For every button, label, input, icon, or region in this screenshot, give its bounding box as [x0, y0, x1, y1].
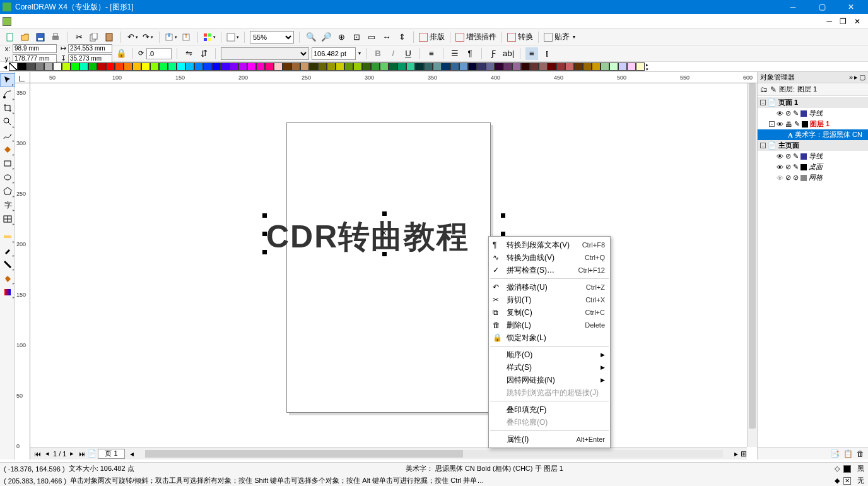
print-icon[interactable]: ⊘ [785, 174, 791, 182]
expand-page1[interactable]: - [760, 100, 766, 105]
tree-master-guides[interactable]: 导线 [809, 151, 823, 161]
minimize-button[interactable]: ─ [778, 0, 807, 14]
context-menu-item[interactable]: 因特网链接(N)▶ [489, 374, 610, 386]
polygon-tool[interactable] [0, 184, 15, 198]
context-menu-item[interactable]: ∿转换为曲线(V)Ctrl+Q [489, 251, 610, 264]
color-swatch[interactable] [35, 62, 44, 71]
color-swatch[interactable] [344, 62, 353, 71]
bold-button[interactable]: B [372, 47, 384, 60]
context-menu-item[interactable]: ⧉复制(C)Ctrl+C [489, 306, 610, 319]
context-menu-item[interactable]: ✂剪切(T)Ctrl+X [489, 293, 610, 306]
horizontal-ruler[interactable]: 5010015020025030035040045050055060065070… [30, 72, 757, 83]
fill-swatch-icon[interactable]: ◇ [835, 465, 840, 473]
char-format-button[interactable]: Ƒ [487, 47, 500, 60]
color-swatch[interactable] [495, 62, 503, 71]
zoom-select[interactable]: 55% [250, 31, 294, 44]
layer-edit-icon[interactable]: ✎ [770, 85, 777, 94]
tree-master[interactable]: 主页面 [778, 141, 799, 150]
selection-handle-tl[interactable] [262, 213, 267, 218]
color-swatch[interactable] [141, 62, 150, 71]
color-swatch[interactable] [512, 62, 521, 71]
pick-tool[interactable] [0, 73, 15, 87]
import-button[interactable] [165, 31, 177, 44]
x-input[interactable] [13, 44, 57, 53]
shape-tool[interactable] [0, 87, 15, 101]
eye-icon[interactable]: 👁 [777, 110, 783, 117]
ellipse-tool[interactable] [0, 170, 15, 184]
color-swatch[interactable] [592, 62, 601, 71]
panel-expand-icon[interactable]: » [849, 73, 853, 81]
copy-button[interactable] [88, 31, 100, 44]
color-swatch[interactable] [450, 62, 459, 71]
color-swatch[interactable] [238, 62, 247, 71]
color-swatch[interactable] [583, 62, 592, 71]
zoom-height-button[interactable]: ⇕ [396, 31, 408, 44]
color-swatch[interactable] [442, 62, 450, 71]
eye-icon[interactable]: 👁 [777, 174, 783, 182]
color-swatch[interactable] [477, 62, 486, 71]
edit-icon[interactable]: ✎ [793, 109, 799, 117]
open-button[interactable] [19, 31, 32, 44]
color-swatch[interactable] [433, 62, 442, 71]
page-add[interactable]: 📄 [88, 449, 97, 458]
font-size-input[interactable] [312, 47, 356, 60]
panel-close-icon[interactable]: ▢ [859, 73, 865, 81]
color-swatch[interactable] [115, 62, 124, 71]
color-swatch[interactable] [336, 62, 344, 71]
color-swatch[interactable] [459, 62, 468, 71]
vertical-ruler[interactable]: 350300250200150100500 [15, 83, 30, 459]
color-swatch[interactable] [79, 62, 88, 71]
edit-icon[interactable]: ✎ [794, 120, 800, 128]
zoom-all-button[interactable]: ⊡ [350, 31, 363, 44]
color-swatch[interactable] [309, 62, 318, 71]
zoom-tool[interactable] [0, 115, 15, 129]
zoom-page-button[interactable]: ▭ [365, 31, 378, 44]
hscroll-right[interactable]: ▸ [734, 449, 738, 458]
palette-scroll-up[interactable]: ▸ [646, 62, 648, 67]
layout-dropdown[interactable]: 排版 [419, 32, 445, 42]
selection-handle-ml[interactable] [262, 232, 267, 236]
tree-desktop[interactable]: 桌面 [809, 162, 823, 172]
cut-button[interactable]: ✂ [73, 31, 85, 44]
color-swatch[interactable] [168, 62, 177, 71]
context-menu-item[interactable]: ✓拼写检查(S)…Ctrl+F12 [489, 264, 610, 276]
vertical-scrollbar[interactable] [747, 83, 757, 447]
context-menu-item[interactable]: 属性(I)Alt+Enter [489, 433, 610, 446]
color-swatch[interactable] [424, 62, 433, 71]
color-swatch[interactable] [530, 62, 539, 71]
context-menu-item[interactable]: ¶转换到段落文本(V)Ctrl+F8 [489, 239, 610, 251]
expand-master[interactable]: - [760, 143, 766, 148]
outline-color-preview[interactable] [843, 477, 851, 485]
color-swatch[interactable] [124, 62, 132, 71]
print-button[interactable] [49, 31, 62, 44]
delete-layer-icon[interactable]: 🗑 [857, 449, 864, 458]
page-last[interactable]: ⏭ [78, 449, 86, 458]
color-swatch[interactable] [159, 62, 168, 71]
zoom-in-button[interactable]: 🔍 [305, 31, 317, 44]
color-swatch[interactable] [106, 62, 115, 71]
color-swatch[interactable] [636, 62, 645, 71]
color-swatch[interactable] [415, 62, 424, 71]
color-swatch[interactable] [265, 62, 274, 71]
paste-button[interactable] [103, 31, 115, 44]
edit-text-button[interactable]: ab| [502, 47, 515, 60]
tree-art-text[interactable]: 美术字：思源黑体 CN [795, 130, 862, 139]
color-swatch[interactable] [300, 62, 309, 71]
context-menu-item[interactable]: 样式(S)▶ [489, 361, 610, 374]
fill-tool[interactable] [0, 271, 15, 285]
crop-tool[interactable] [0, 101, 15, 115]
convert-dropdown[interactable]: 转换 [507, 32, 533, 42]
palette-expand[interactable]: ▾ [646, 67, 648, 71]
text-tool[interactable]: 字 [0, 198, 15, 212]
lock-ratio-button[interactable]: 🔒 [115, 47, 127, 60]
color-swatch[interactable] [132, 62, 141, 71]
mdi-minimize[interactable]: ─ [826, 17, 832, 26]
color-swatch[interactable] [371, 62, 380, 71]
bullets-button[interactable]: ☰ [449, 47, 461, 60]
artistic-text-object[interactable]: CDR转曲教程 [266, 216, 469, 258]
rectangle-tool[interactable] [0, 157, 15, 170]
selection-handle-tr[interactable] [501, 213, 505, 218]
color-swatch[interactable] [574, 62, 583, 71]
maximize-button[interactable]: ▢ [807, 0, 836, 14]
color-swatch[interactable] [539, 62, 548, 71]
